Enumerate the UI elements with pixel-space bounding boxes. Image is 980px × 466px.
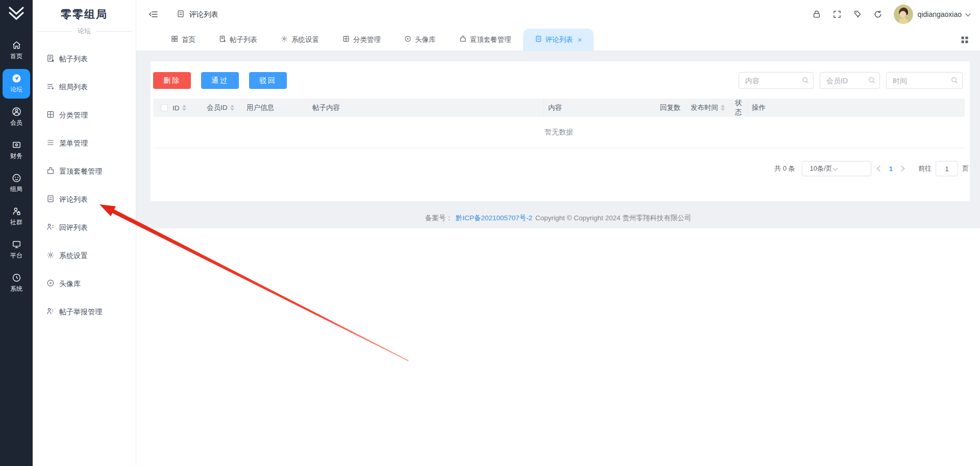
table-header-id[interactable]: ID: [168, 99, 203, 117]
gear-icon: [281, 35, 291, 44]
prev-page-icon[interactable]: [876, 166, 880, 172]
rail-item-community[interactable]: 社群: [3, 202, 30, 231]
topbar: 评论列表: [136, 0, 980, 29]
reject-button[interactable]: 驳回: [249, 72, 287, 89]
open-tabs: 首页 帖子列表 系统设置: [136, 29, 594, 51]
comments-table: ID 会员ID 用户信息: [153, 99, 965, 148]
close-icon[interactable]: ×: [578, 35, 582, 44]
sidebar-fold-icon[interactable]: [149, 10, 158, 19]
table-header-select: [153, 99, 168, 117]
finance-icon: [12, 140, 21, 150]
tab-pin-package[interactable]: 置顶套餐管理: [448, 29, 523, 51]
page-unit-label: 页: [962, 164, 969, 173]
group-list-icon: [46, 82, 59, 92]
sidebar-item-reply-list[interactable]: 回评列表: [33, 214, 136, 242]
tab-system-settings[interactable]: 系统设置: [269, 29, 331, 51]
breadcrumb-label: 评论列表: [189, 10, 218, 19]
sidebar-item-label: 头像库: [59, 279, 81, 289]
menu-lines-icon: [46, 138, 59, 148]
comment-list-panel: 删除 通过 驳回: [151, 61, 970, 201]
dashboard-grid-icon: [171, 35, 182, 44]
brand-title: 零零组局: [33, 7, 136, 21]
icp-link[interactable]: 黔ICP备2021005707号-2: [456, 214, 532, 222]
tab-options-grid-icon[interactable]: [961, 29, 969, 51]
pagination-total: 共 0 条: [774, 164, 795, 173]
rail-item-finance[interactable]: 财务: [3, 135, 30, 165]
tags-icon[interactable]: [853, 10, 862, 19]
chevron-down-icon: [832, 165, 838, 173]
sidebar-item-label: 回评列表: [59, 223, 88, 232]
current-page[interactable]: 1: [889, 165, 893, 173]
topbar-actions: qidiangaoxiao: [801, 5, 971, 24]
rail-item-label: 组局: [10, 185, 22, 194]
sort-caret-icon[interactable]: [230, 105, 234, 111]
sidebar-item-label: 评论列表: [59, 195, 88, 204]
community-icon: [12, 206, 21, 216]
sidebar-item-category[interactable]: 分类管理: [33, 101, 136, 129]
tab-home[interactable]: 首页: [159, 29, 207, 51]
sidebar-item-label: 置顶套餐管理: [59, 167, 102, 176]
sidebar-item-settings[interactable]: 系统设置: [33, 242, 136, 270]
post-list-icon: [219, 35, 230, 44]
delete-button[interactable]: 删除: [153, 72, 191, 89]
approve-button[interactable]: 通过: [201, 72, 239, 89]
divider-line: [36, 31, 72, 32]
sidebar-item-avatar-library[interactable]: 头像库: [33, 270, 136, 298]
search-icon: [868, 77, 875, 86]
sidebar-item-comment-list[interactable]: 评论列表: [33, 185, 136, 214]
rail-item-system[interactable]: 系统: [3, 268, 30, 298]
sort-caret-icon[interactable]: [721, 105, 725, 111]
tab-label: 分类管理: [353, 35, 381, 44]
goto-page-input[interactable]: [936, 161, 958, 176]
rail-item-members[interactable]: 会员: [3, 102, 30, 132]
table-header-member-id[interactable]: 会员ID: [203, 99, 242, 117]
user-menu[interactable]: qidiangaoxiao: [918, 10, 971, 18]
sort-caret-icon[interactable]: [182, 105, 186, 111]
comment-list-icon: [535, 35, 546, 44]
rail-item-platform[interactable]: 平台: [3, 235, 30, 265]
tab-post-list[interactable]: 帖子列表: [207, 29, 269, 51]
chevron-down-icon: [962, 10, 971, 18]
rail-item-forum[interactable]: 论坛: [3, 69, 30, 99]
avatar-library-icon: [46, 279, 59, 289]
toolbar: 删除 通过 驳回: [153, 72, 963, 89]
tab-label: 评论列表: [546, 35, 573, 44]
user-avatar[interactable]: [894, 5, 913, 24]
sidebar-item-menu-mgmt[interactable]: 菜单管理: [33, 129, 136, 157]
sidebar-item-group-list[interactable]: 组局列表: [33, 73, 136, 101]
tab-avatar-library[interactable]: 头像库: [393, 29, 448, 51]
tab-category[interactable]: 分类管理: [331, 29, 393, 51]
v-logo-icon: [7, 5, 26, 32]
select-all-checkbox[interactable]: [161, 104, 168, 111]
fullscreen-icon[interactable]: [832, 10, 842, 19]
sidebar-item-post-list[interactable]: 帖子列表: [33, 45, 136, 73]
rail-item-home[interactable]: 首页: [3, 36, 30, 65]
rail-item-groups[interactable]: 组局: [3, 169, 30, 198]
tab-comment-list[interactable]: 评论列表 ×: [523, 29, 594, 51]
primary-nav-rail: 首页 论坛 会员: [0, 0, 33, 466]
sidebar-item-post-report[interactable]: 帖子举报管理: [33, 298, 136, 326]
lock-icon[interactable]: [812, 10, 821, 19]
tab-label: 帖子列表: [230, 35, 257, 44]
module-subtitle: 论坛: [72, 27, 96, 36]
category-grid-icon: [46, 110, 59, 120]
sidebar-item-pin-package[interactable]: 置顶套餐管理: [33, 157, 136, 185]
avatar-library-icon: [404, 35, 415, 44]
member-icon: [12, 107, 21, 116]
search-icon: [951, 77, 958, 86]
table-header-status: 状态: [731, 99, 747, 117]
footer: 备案号：黔ICP备2021005707号-2Copyright © Copyri…: [136, 214, 980, 223]
breadcrumb: 评论列表: [177, 10, 218, 19]
page-size-select[interactable]: 10条/页: [802, 161, 871, 176]
app-logo[interactable]: [0, 0, 33, 32]
refresh-icon[interactable]: [873, 10, 883, 19]
pin-package-icon: [46, 167, 59, 176]
secondary-sidebar: 零零组局 论坛 帖子列表: [33, 0, 136, 466]
post-list-icon: [46, 54, 59, 64]
table-header-publish-time[interactable]: 发布时间: [687, 99, 731, 117]
next-page-icon[interactable]: [901, 166, 905, 172]
rail-item-label: 系统: [10, 285, 22, 293]
table-header-content: 内容: [544, 99, 656, 117]
sidebar-item-label: 帖子列表: [59, 55, 88, 64]
rail-item-label: 首页: [10, 52, 22, 61]
